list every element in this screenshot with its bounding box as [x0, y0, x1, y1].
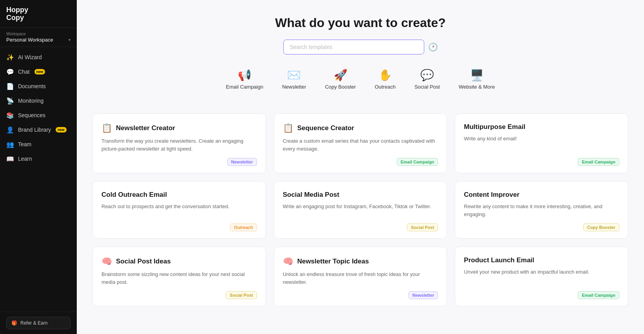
cat-label-email-campaign: Email Campaign	[226, 84, 263, 90]
cat-label-website-more: Website & More	[459, 84, 495, 90]
card-desc: Transform the way you create newsletters…	[101, 137, 257, 152]
search-row: 🕐	[85, 40, 636, 54]
card-header: 📋 Sequence Creator	[283, 123, 438, 133]
sidebar-item-monitoring[interactable]: 📡 Monitoring	[0, 94, 77, 108]
cat-tab-social-post[interactable]: 💬 Social Post	[413, 65, 441, 93]
cat-tab-newsletter[interactable]: ✉️ Newsletter	[280, 65, 308, 93]
card-icon-sequence-creator: 📋	[283, 123, 293, 133]
card-footer: Email Campaign	[283, 158, 438, 166]
refer-label: Refer & Earn	[20, 320, 47, 326]
card-content-improver[interactable]: Content Improver Rewrite any content to …	[455, 181, 628, 239]
card-header: Multipurpose Email	[464, 123, 619, 131]
refer-earn-button[interactable]: 🎁 Refer & Earn	[6, 317, 71, 329]
card-tag-sequence-creator: Email Campaign	[397, 158, 438, 166]
card-header: 📋 Newsletter Creator	[101, 123, 257, 133]
card-desc: Brainstorm some sizzling new content ide…	[101, 270, 257, 286]
card-multipurpose-email[interactable]: Multipurpose Email Write any kind of ema…	[455, 113, 628, 173]
card-newsletter-topic-ideas[interactable]: 🧠 Newsletter Topic Ideas Unlock an endle…	[274, 247, 447, 307]
cat-tab-email-campaign[interactable]: 📢 Email Campaign	[224, 65, 265, 93]
cat-label-newsletter: Newsletter	[282, 84, 306, 90]
card-desc: Write an engaging post for Instagram, Fa…	[283, 203, 438, 218]
card-icon-newsletter-creator: 📋	[101, 123, 112, 133]
sidebar-item-label: Brand Library	[18, 127, 51, 133]
card-footer: Social Post	[283, 223, 438, 231]
sidebar-item-brand-library[interactable]: 👤 Brand Library new	[0, 123, 77, 137]
card-social-media-post[interactable]: Social Media Post Write an engaging post…	[274, 181, 447, 239]
team-icon: 👥	[6, 141, 14, 148]
history-icon[interactable]: 🕐	[428, 42, 438, 52]
sidebar-item-ai-wizard[interactable]: ✨ AI Wizard	[0, 50, 77, 65]
card-desc: Reach out to prospects and get the conve…	[101, 203, 257, 218]
cat-tab-copy-booster[interactable]: 🚀 Copy Booster	[324, 65, 358, 93]
card-title: Social Media Post	[283, 191, 340, 199]
card-icon-newsletter-topic-ideas: 🧠	[283, 256, 293, 267]
workspace-label: Workspace	[6, 32, 71, 36]
card-footer: Copy Booster	[464, 223, 619, 231]
search-input[interactable]	[283, 40, 424, 54]
cat-label-outreach: Outreach	[374, 84, 395, 90]
social-post-icon: 💬	[420, 69, 434, 82]
card-header: 🧠 Social Post Ideas	[101, 256, 257, 267]
card-tag-social-media-post: Social Post	[407, 223, 438, 231]
nav-items: ✨ AI Wizard 💬 Chat new 📄 Documents 📡 Mon…	[0, 47, 77, 312]
sidebar-item-label: Documents	[18, 83, 46, 89]
card-tag-newsletter-topic-ideas: Newsletter	[409, 291, 438, 299]
sidebar-item-team[interactable]: 👥 Team	[0, 137, 77, 152]
card-title: Newsletter Topic Ideas	[297, 258, 369, 265]
card-tag-newsletter-creator: Newsletter	[227, 158, 257, 166]
category-tabs: 📢 Email Campaign ✉️ Newsletter 🚀 Copy Bo…	[85, 65, 636, 93]
cat-label-copy-booster: Copy Booster	[325, 84, 356, 90]
copy-booster-icon: 🚀	[334, 69, 347, 82]
card-title: Content Improver	[464, 191, 519, 199]
card-desc: Create a custom email series that has yo…	[283, 137, 438, 152]
sidebar-item-label: Team	[18, 141, 31, 147]
card-header: Cold Outreach Email	[101, 191, 257, 199]
sidebar-item-label: Learn	[18, 156, 32, 162]
logo-text: HoppyCopy	[6, 6, 71, 22]
sidebar-item-label: Sequences	[18, 112, 45, 118]
brand-library-icon: 👤	[6, 126, 14, 134]
page-title: What do you want to create?	[85, 16, 636, 30]
outreach-icon: ✋	[378, 69, 392, 82]
card-header: 🧠 Newsletter Topic Ideas	[283, 256, 438, 267]
card-social-post-ideas[interactable]: 🧠 Social Post Ideas Brainstorm some sizz…	[92, 247, 266, 307]
card-tag-multipurpose-email: Email Campaign	[578, 158, 619, 166]
cards-grid: 📋 Newsletter Creator Transform the way y…	[77, 113, 644, 322]
main-header: What do you want to create? 🕐 📢 Email Ca…	[77, 0, 644, 113]
website-more-icon: 🖥️	[470, 69, 484, 82]
card-newsletter-creator[interactable]: 📋 Newsletter Creator Transform the way y…	[92, 113, 266, 173]
card-title: Multipurpose Email	[464, 123, 525, 131]
card-title: Product Launch Email	[464, 256, 534, 264]
workspace-selector[interactable]: Workspace Personal Workspace ▾	[0, 28, 77, 47]
card-product-launch-email[interactable]: Product Launch Email Unveil your new pro…	[455, 247, 628, 307]
card-title: Newsletter Creator	[116, 124, 175, 132]
learn-icon: 📖	[6, 155, 14, 163]
card-tag-social-post-ideas: Social Post	[226, 291, 257, 299]
cat-tab-outreach[interactable]: ✋ Outreach	[373, 65, 397, 93]
card-cold-outreach-email[interactable]: Cold Outreach Email Reach out to prospec…	[92, 181, 266, 239]
sidebar-item-documents[interactable]: 📄 Documents	[0, 79, 77, 94]
sidebar: HoppyCopy Workspace Personal Workspace ▾…	[0, 0, 77, 334]
sidebar-item-label: Chat	[18, 69, 30, 75]
cat-label-social-post: Social Post	[414, 84, 440, 90]
sidebar-item-chat[interactable]: 💬 Chat new	[0, 65, 77, 79]
sidebar-item-label: AI Wizard	[18, 54, 42, 60]
workspace-name-text: Personal Workspace	[6, 37, 53, 43]
card-desc: Unlock an endless treasure trove of fres…	[283, 270, 438, 286]
sidebar-item-sequences[interactable]: 📚 Sequences	[0, 108, 77, 123]
card-tag-product-launch-email: Email Campaign	[578, 291, 619, 299]
badge-brand-library: new	[56, 127, 67, 133]
workspace-name[interactable]: Personal Workspace ▾	[6, 37, 71, 43]
newsletter-icon: ✉️	[287, 69, 301, 82]
app-logo[interactable]: HoppyCopy	[0, 0, 77, 28]
cat-tab-website-more[interactable]: 🖥️ Website & More	[457, 65, 496, 93]
monitoring-icon: 📡	[6, 97, 14, 105]
documents-icon: 📄	[6, 83, 14, 90]
card-sequence-creator[interactable]: 📋 Sequence Creator Create a custom email…	[274, 113, 447, 173]
sidebar-item-learn[interactable]: 📖 Learn	[0, 152, 77, 166]
card-desc: Write any kind of email!	[464, 135, 619, 152]
card-header: Social Media Post	[283, 191, 438, 199]
ai-wizard-icon: ✨	[6, 54, 14, 61]
gift-icon: 🎁	[11, 320, 17, 326]
sidebar-item-label: Monitoring	[18, 98, 43, 104]
